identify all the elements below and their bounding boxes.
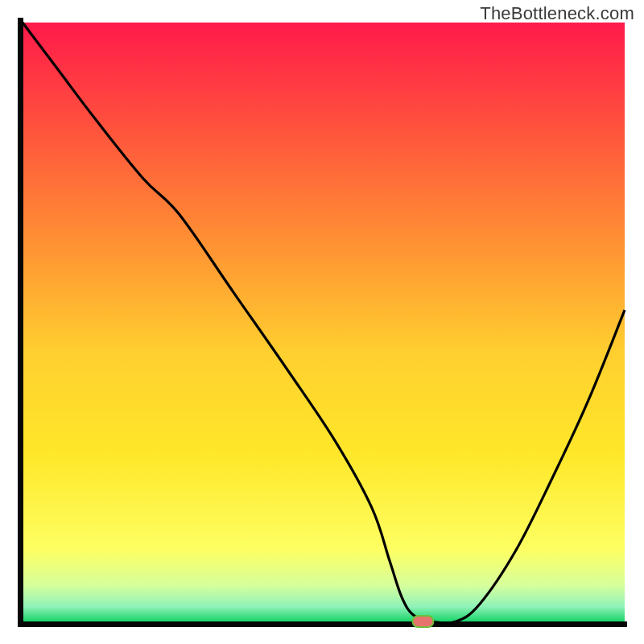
watermark-label: TheBottleneck.com — [480, 3, 634, 24]
y-axis — [18, 18, 23, 627]
gradient-background — [23, 23, 625, 621]
optimal-marker-pill — [412, 616, 433, 627]
optimal-marker — [412, 616, 433, 627]
chart-svg — [0, 0, 644, 644]
plot-area — [23, 23, 625, 621]
bottleneck-chart: TheBottleneck.com — [0, 0, 644, 644]
x-axis — [18, 621, 627, 627]
